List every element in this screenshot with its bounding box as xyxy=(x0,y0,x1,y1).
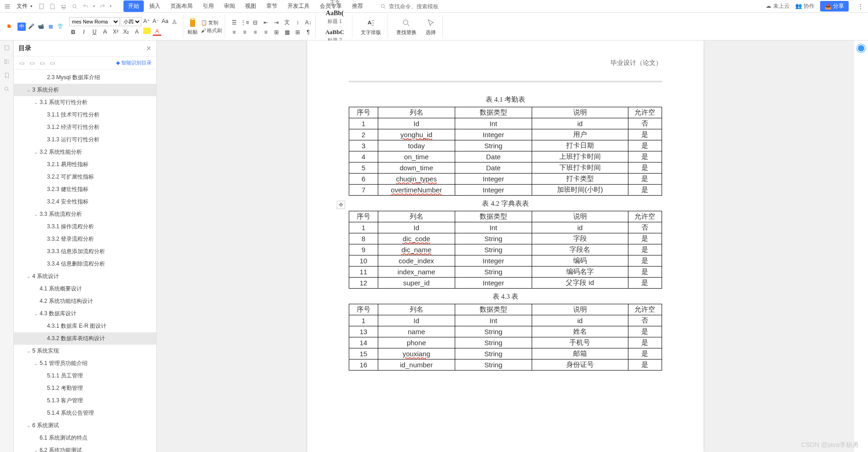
toc-item[interactable]: 3.2.3 健壮性指标 xyxy=(14,183,156,196)
video-icon[interactable]: 📹 xyxy=(37,23,45,31)
toc-tool3-icon[interactable]: ▭ xyxy=(39,60,45,66)
font-color-button[interactable]: A xyxy=(153,28,161,36)
style-item-1[interactable]: AaBb(标题 1 xyxy=(323,8,347,26)
ribbon-tab-0[interactable]: 开始 xyxy=(123,0,144,12)
ribbon-tab-2[interactable]: 页面布局 xyxy=(166,0,197,12)
font-effects-button[interactable]: A xyxy=(133,28,141,36)
multilevel-list-icon[interactable]: ⊟ xyxy=(251,18,259,27)
location-pin-icon[interactable] xyxy=(857,44,865,52)
style-item-0[interactable]: AaBbCcI正文 xyxy=(320,0,349,7)
borders-icon[interactable]: ⊞ xyxy=(293,28,302,36)
ribbon-tab-4[interactable]: 审阅 xyxy=(219,0,240,12)
text-direction-icon[interactable]: 文 xyxy=(283,18,291,27)
toc-item[interactable]: 4.3.1 数据库 E-R 图设计 xyxy=(14,320,156,332)
select-button[interactable]: 选择 xyxy=(422,16,440,37)
toc-item[interactable]: 3.3.2 登录流程分析 xyxy=(14,233,156,245)
outline-rail-icon[interactable] xyxy=(3,44,11,52)
file-menu[interactable]: 文件▾ xyxy=(14,1,35,11)
toc-item[interactable]: 3.2.1 易用性指标 xyxy=(14,158,156,171)
close-panel-icon[interactable]: ✕ xyxy=(146,45,152,52)
smart-toc-button[interactable]: ◆ 智能识别目录 xyxy=(116,59,152,66)
align-right-icon[interactable]: ≡ xyxy=(251,28,259,36)
highlight-button[interactable] xyxy=(143,28,151,34)
line-spacing-icon[interactable]: ↕ xyxy=(293,18,302,27)
distribute-icon[interactable]: ⊞ xyxy=(272,28,281,36)
toc-item[interactable]: 3.2.4 安全性指标 xyxy=(14,196,156,208)
superscript-button[interactable]: X² xyxy=(111,28,120,36)
toc-item[interactable]: 3.2.2 可扩展性指标 xyxy=(14,171,156,183)
toc-tool1-icon[interactable]: ▭ xyxy=(18,60,25,66)
toc-item[interactable]: 3.3.3 信息添加流程分析 xyxy=(14,245,156,258)
change-case-icon[interactable]: Aa xyxy=(161,17,169,25)
document-canvas[interactable]: 毕业设计（论文） 表 4.1 考勤表序号列名数据类型说明允许空1IdIntid否… xyxy=(157,41,854,452)
toc-item[interactable]: 2.3 Mysql 数据库介绍 xyxy=(14,71,156,84)
ribbon-tab-9[interactable]: 推荐 xyxy=(347,0,368,12)
toc-item[interactable]: ⌄3.3 系统流程分析 xyxy=(14,208,156,220)
toc-item[interactable]: 5.1.1 员工管理 xyxy=(14,370,156,382)
toc-item[interactable]: 6.1 系统测试的特点 xyxy=(14,432,156,444)
show-marks-icon[interactable]: ¶ xyxy=(304,28,312,36)
toc-item[interactable]: 3.1.1 技术可行性分析 xyxy=(14,109,156,121)
italic-button[interactable]: I xyxy=(80,28,88,36)
strikethrough-button[interactable]: A xyxy=(101,28,109,36)
clear-format-icon[interactable]: ◬ xyxy=(170,17,178,25)
decrease-font-icon[interactable]: A⁻ xyxy=(152,17,160,25)
format-painter-button[interactable]: 🖌格式刷 xyxy=(201,27,222,34)
command-search[interactable] xyxy=(380,3,444,10)
bullet-list-icon[interactable]: ☰ xyxy=(230,18,238,27)
toc-item[interactable]: ⌄3 系统分析 xyxy=(14,84,156,96)
copy-button[interactable]: 📋复制 xyxy=(201,19,222,26)
ribbon-tab-1[interactable]: 插入 xyxy=(145,0,165,12)
print-icon[interactable] xyxy=(60,3,67,10)
toc-item[interactable]: 5.1.4 系统公告管理 xyxy=(14,407,156,419)
preview-icon[interactable] xyxy=(71,3,78,10)
ribbon-tab-7[interactable]: 开发工具 xyxy=(283,0,314,12)
subscript-button[interactable]: X₂ xyxy=(122,28,130,36)
decrease-indent-icon[interactable]: ⇤ xyxy=(262,18,270,27)
toc-item[interactable]: 4.2 系统功能结构设计 xyxy=(14,295,156,307)
toc-item[interactable]: ⌄5 系统实现 xyxy=(14,345,156,357)
toc-tool2-icon[interactable]: ▭ xyxy=(29,60,35,66)
toc-item[interactable]: ⌄4 系统设计 xyxy=(14,270,156,283)
toc-item[interactable]: 5.1.2 考勤管理 xyxy=(14,382,156,394)
cloud-button[interactable]: ☁ 未上云 xyxy=(766,2,789,10)
toc-item[interactable]: 3.3.1 操作流程分析 xyxy=(14,220,156,233)
font-family-select[interactable]: mes New Roma xyxy=(69,17,120,26)
toc-item[interactable]: ⌄5.1 管理员功能介绍 xyxy=(14,357,156,370)
increase-indent-icon[interactable]: ⇥ xyxy=(272,18,281,27)
toc-item[interactable]: 3.3.4 信息删除流程分析 xyxy=(14,258,156,270)
bold-button[interactable]: B xyxy=(69,28,77,36)
text-layout-button[interactable]: A 文字排版 xyxy=(357,16,385,37)
toc-tool4-icon[interactable]: ▭ xyxy=(49,60,55,66)
lang-chinese-button[interactable]: 中 xyxy=(18,23,26,31)
save-icon[interactable] xyxy=(49,3,56,10)
toc-item[interactable]: ⌄3.2 系统性能分析 xyxy=(14,146,156,158)
share-button[interactable]: 📤 分享 xyxy=(820,1,849,12)
font-size-select[interactable]: 小四 xyxy=(121,17,141,26)
table-move-handle-icon[interactable]: ✥ xyxy=(337,201,345,209)
toc-item[interactable]: ⌄6 系统测试 xyxy=(14,419,156,432)
ribbon-tab-5[interactable]: 视图 xyxy=(240,0,261,12)
toc-item[interactable]: ⌄3.1 系统可行性分析 xyxy=(14,96,156,109)
thumbnail-rail-icon[interactable] xyxy=(3,58,11,65)
toc-item[interactable]: 3.1.3 运行可行性分析 xyxy=(14,133,156,146)
align-left-icon[interactable]: ≡ xyxy=(230,28,238,36)
app-menu-icon[interactable] xyxy=(4,3,11,10)
find-replace-button[interactable]: 查找替换 xyxy=(393,16,420,37)
paste-button[interactable]: 粘贴 xyxy=(186,17,199,36)
bookmark-rail-icon[interactable] xyxy=(3,72,11,79)
template-icon[interactable]: ▦ xyxy=(47,23,55,31)
toc-item[interactable]: ⌄4.3 数据库设计 xyxy=(14,307,156,320)
more-icon[interactable]: ⋮ xyxy=(857,3,864,10)
ribbon-tab-3[interactable]: 引用 xyxy=(198,0,218,12)
command-search-input[interactable] xyxy=(389,3,444,10)
shirt-icon[interactable]: 👕 xyxy=(56,23,65,31)
align-center-icon[interactable]: ≡ xyxy=(240,28,249,36)
sort-icon[interactable]: A↓ xyxy=(304,18,312,27)
redo-icon[interactable] xyxy=(99,3,106,10)
toc-item[interactable]: 4.3.2 数据库表结构设计 xyxy=(14,332,156,345)
toc-item[interactable]: ⌄6.2 系统功能测试 xyxy=(14,444,156,452)
align-justify-icon[interactable]: ≡ xyxy=(262,28,270,36)
undo-icon[interactable] xyxy=(82,3,89,10)
voice-icon[interactable]: 🎤 xyxy=(27,23,35,31)
